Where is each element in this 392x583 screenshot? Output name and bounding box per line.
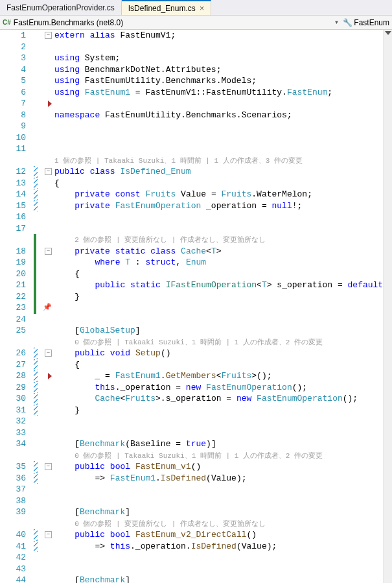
code-area[interactable]: extern alias FastEnumV1;using System;usi…	[53, 30, 383, 583]
close-icon[interactable]: ×	[200, 3, 205, 13]
tab-active[interactable]: IsDefined_Enum.cs ×	[122, 0, 212, 15]
tab-bar: FastEnumOperationProvider.cs IsDefined_E…	[0, 0, 392, 16]
wrench-icon: 🔧	[343, 18, 352, 27]
line-number-gutter: 1234567891011121314151617181920212223242…	[0, 30, 34, 583]
csharp-icon: C#	[3, 19, 11, 26]
code-editor[interactable]: 1234567891011121314151617181920212223242…	[0, 30, 392, 583]
context-label: FastEnum.Benchmarks (net8.0)	[14, 18, 123, 27]
context-type: FastEnum	[354, 18, 389, 27]
tab-label: IsDefined_Enum.cs	[128, 4, 196, 13]
chevron-down-icon[interactable]: ▼	[331, 19, 341, 25]
context-left[interactable]: C# FastEnum.Benchmarks (net8.0)	[3, 18, 123, 27]
context-bar: C# FastEnum.Benchmarks (net8.0) ▼ 🔧 Fast…	[0, 16, 392, 30]
tab-inactive[interactable]: FastEnumOperationProvider.cs	[0, 0, 122, 15]
context-right[interactable]: ▼ 🔧 FastEnum	[331, 18, 389, 27]
scrollbar[interactable]	[383, 30, 392, 583]
marker-column: −−−📌−−−−	[34, 30, 53, 583]
tab-label: FastEnumOperationProvider.cs	[6, 3, 115, 12]
scroll-caret-icon	[385, 31, 391, 35]
